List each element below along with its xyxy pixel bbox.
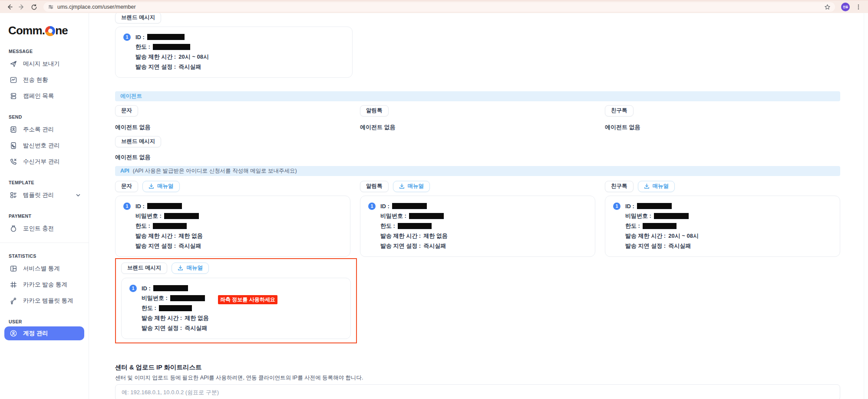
row-value: 제한 없음 [178,232,203,240]
api-info-card: 1 ID : 비밀번호 : 한도 : 발송 제한 시간 :20시 ~ 08시 발… [605,196,840,257]
row-label: 발송 지연 설정 : [142,324,182,332]
agent-brand-empty-text: 에이전트 없음 [115,153,840,161]
row-value: 즉시실패 [178,63,201,71]
brand-api-highlight-box: 브랜드 메시지 매뉴얼 1 ID : 비밀번호 : 한도 : 발송 제한 시간 … [115,258,357,343]
logo-text-right: ne [55,24,68,37]
sidebar-item-template-manage[interactable]: 템플릿 관리 [0,187,89,203]
sidebar-divider [0,243,89,243]
row-label: 발송 지연 설정 : [380,242,421,250]
redacted-value [398,223,432,229]
campaign-list-icon [10,92,17,100]
reload-icon[interactable] [29,2,39,12]
redacted-value [654,213,689,219]
agent-tab-friendtalk[interactable]: 친구톡 [605,105,634,116]
redacted-value [159,305,192,311]
download-icon [178,265,183,271]
whitelist-title: 센터 & 업로드 IP 화이트리스트 [115,363,840,372]
profile-avatar[interactable]: 친동 [841,3,850,11]
info-row: 한도 : [135,221,203,231]
section-label: PAYMENT [0,213,89,219]
sidebar-item-kakao-send-stats[interactable]: 카카오 발송 통계 [0,276,89,293]
api-header-note: (API 사용은 발급받은 아이디로 신청서를 작성해 메일로 보내주세요) [133,167,297,175]
agent-tab-alimtalk[interactable]: 알림톡 [360,105,389,116]
row-label: 발송 지연 설정 : [625,242,666,250]
download-icon [644,183,650,189]
agent-tab-brand-message[interactable]: 브랜드 메시지 [115,136,161,147]
section-send: SEND 주소록 관리 발신번호 관리 수신거부 관리 [0,114,89,170]
agent-section-header: 에이전트 [115,91,840,101]
agent-tabs-row: 문자 알림톡 친구톡 [115,105,840,116]
number-badge: 1 [368,203,376,210]
brand-message-tab-cut[interactable]: 브랜드 메시지 [115,13,161,23]
sidebar: Comm.ne MESSAGE 메시지 보내기 전송 현황 캠페인 목록 SEN… [0,13,89,399]
manual-download-button[interactable]: 매뉴얼 [638,181,675,192]
ip-whitelist-input[interactable] [115,384,840,399]
api-tab-alimtalk[interactable]: 알림톡 [360,181,389,192]
point-charge-icon [10,225,17,233]
info-row: ID : [625,201,699,211]
sidebar-item-point-charge[interactable]: 포인트 충전 [0,220,89,236]
agent-empty-row: 에이전트 없음 에이전트 없음 에이전트 없음 [115,123,840,131]
info-row: 발송 제한 시간 :20시 ~ 08시 [135,52,209,62]
section-label: SEND [0,114,89,120]
manual-download-button[interactable]: 매뉴얼 [393,181,430,192]
info-row: 비밀번호 : [380,211,448,221]
whitelist-description: 센터 및 이미지 업로드 등에 필요한 API를 사용하려면, 연동 클라이언트… [115,374,840,382]
page-scrollbar[interactable] [864,13,868,399]
main-content: 브랜드 메시지 1 ID : 한도 : 발송 제한 시간 :20시 ~ 08시 … [89,13,868,399]
info-row: 한도 : [142,303,209,313]
section-label: USER [0,319,89,324]
sidebar-item-label: 카카오 발송 통계 [23,281,67,289]
address-bar[interactable]: ums.cjmplace.com/user/member [43,2,835,12]
use-left-info-badge: 좌측 정보를 사용하세요 [218,295,277,304]
row-label: ID : [135,34,145,40]
site-settings-icon[interactable] [48,4,54,10]
forward-icon[interactable] [17,2,26,12]
section-user: USER 계정 관리 [0,319,89,340]
row-label: ID : [380,203,389,209]
sidebar-item-send-message[interactable]: 메시지 보내기 [0,56,89,72]
sidebar-item-kakao-template-stats[interactable]: 카카오 템플릿 통계 [0,293,89,309]
manual-download-button[interactable]: 매뉴얼 [172,263,209,274]
row-value: 20시 ~ 08시 [178,53,209,61]
row-label: ID : [142,285,151,292]
info-row: 비밀번호 : [135,211,203,221]
template-manage-icon [10,191,17,199]
browser-toolbar: ums.cjmplace.com/user/member 친동 [0,0,868,13]
sidebar-item-label: 주소록 관리 [23,126,54,133]
row-label: 발송 지연 설정 : [135,63,176,71]
sidebar-item-campaign-list[interactable]: 캠페인 목록 [0,88,89,104]
row-label: 한도 : [142,304,156,312]
info-row: 한도 : [380,221,448,231]
sidebar-item-address-book[interactable]: 주소록 관리 [0,121,89,137]
api-info-card: 1 ID : 비밀번호 : 한도 : 발송 제한 시간 :제한 없음 발송 지연… [360,196,595,257]
row-label: 한도 : [625,222,640,230]
row-value: 제한 없음 [423,232,448,240]
api-tab-brand-message[interactable]: 브랜드 메시지 [121,263,167,274]
api-tab-sms[interactable]: 문자 [115,181,138,192]
row-label: ID : [625,203,634,209]
browser-menu-icon[interactable] [854,2,863,12]
sidebar-item-sender-number[interactable]: 발신번호 관리 [0,137,89,153]
sidebar-item-reject-manage[interactable]: 수신거부 관리 [0,153,89,170]
sidebar-item-send-status[interactable]: 전송 현황 [0,72,89,88]
api-columns: 문자 매뉴얼 1 ID : 비밀번호 : 한도 : 발송 제한 시간 :제한 없… [115,181,840,257]
sidebar-item-service-stats[interactable]: 서비스별 통계 [0,260,89,276]
manual-download-button[interactable]: 매뉴얼 [142,181,180,192]
sender-number-icon [10,142,17,150]
row-label: 발송 제한 시간 : [625,232,666,240]
api-tab-friendtalk[interactable]: 친구톡 [605,181,634,192]
api-info-card: 1 ID : 비밀번호 : 한도 : 발송 제한 시간 :제한 없음 발송 지연… [115,196,350,257]
bookmark-star-icon[interactable] [824,4,831,10]
info-row: 발송 지연 설정 :즉시실패 [380,241,448,251]
info-row: 발송 지연 설정 :즉시실패 [135,62,209,72]
kakao-send-stats-icon [10,281,17,289]
section-label: STATISTICS [0,253,89,259]
info-row: 발송 제한 시간 :제한 없음 [142,313,209,323]
sidebar-item-account-manage[interactable]: 계정 관리 [4,326,84,340]
sidebar-item-label: 캠페인 목록 [23,92,54,100]
info-row: 한도 : [625,221,699,231]
agent-tab-sms[interactable]: 문자 [115,105,138,116]
info-row: ID : [135,201,203,211]
back-icon[interactable] [5,2,14,12]
